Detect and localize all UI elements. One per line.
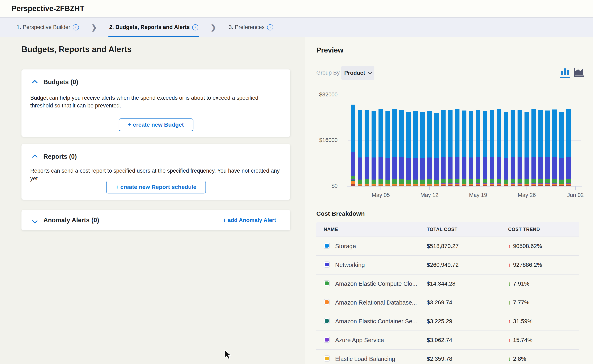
bar-segment: [462, 179, 466, 184]
tab-budgets-reports-and-alerts[interactable]: 2. Budgets, Reports and Alertsi: [109, 18, 198, 37]
perspective-page: Perspective-2FBZHT 1. Perspective Builde…: [0, 0, 593, 364]
bar-segment: [469, 184, 473, 185]
bar-segment: [386, 184, 390, 184]
bar-segment: [559, 184, 564, 184]
bar-segment: [434, 184, 439, 185]
y-axis-tick-label: $32000: [307, 91, 338, 98]
app-header: Perspective-2FBZHT: [0, 0, 593, 18]
stacked-bars: [348, 92, 581, 186]
bar-chart-icon[interactable]: [560, 66, 571, 79]
bar-segment: [469, 184, 473, 184]
tab-preferences[interactable]: 3. Preferencesi: [229, 18, 273, 37]
bar-segment: [420, 158, 425, 180]
bar-segment: [372, 184, 376, 185]
bar-segment: [525, 184, 529, 185]
bar-segment: [559, 184, 564, 185]
bar-segment: [434, 185, 439, 185]
bar-segment: [358, 184, 362, 185]
bar-segment: [351, 184, 355, 186]
bar-segment: [497, 184, 501, 184]
bar-segment: [552, 185, 557, 185]
mouse-cursor: [224, 350, 232, 360]
bar-segment: [566, 185, 571, 185]
bar-segment: [538, 157, 543, 179]
bar-segment: [525, 184, 529, 184]
create-report-schedule-button[interactable]: + create new Report schedule: [106, 181, 206, 194]
bar-segment: [358, 184, 362, 184]
bar-segment: [462, 185, 466, 186]
trend-down-arrow-icon: ↓: [508, 299, 511, 306]
chevron-up-icon[interactable]: [32, 154, 38, 160]
info-icon[interactable]: i: [267, 24, 273, 30]
bar-segment: [462, 157, 466, 179]
column-header-name: NAME: [324, 227, 338, 232]
area-chart-icon[interactable]: [574, 66, 586, 79]
row-cost-trend: ↑31.59%: [508, 318, 533, 325]
bar-segment: [552, 157, 557, 179]
table-row: Amazon Elastic Compute Clo...$14,344.28↓…: [316, 274, 579, 293]
bar-segment: [393, 184, 397, 184]
bar-segment: [420, 184, 425, 185]
row-total-cost: $260,949.72: [427, 262, 459, 268]
bar-segment: [497, 179, 501, 183]
bar-segment: [441, 157, 446, 179]
bar-segment: [386, 184, 390, 184]
bar-segment: [525, 179, 529, 184]
chevron-up-icon[interactable]: [32, 80, 38, 85]
bar-segment: [462, 185, 466, 185]
bar-segment: [469, 179, 473, 184]
bar-segment: [455, 184, 460, 185]
chevron-down-icon[interactable]: [32, 218, 38, 223]
bar-segment: [469, 184, 473, 184]
info-icon[interactable]: i: [73, 24, 79, 30]
bar-segment: [483, 183, 487, 184]
bar-segment: [434, 113, 439, 158]
step-tabs: 1. Perspective Builderi❯2. Budgets, Repo…: [0, 18, 593, 37]
table-row: Storage$518,870.27↑90508.62%: [316, 237, 579, 255]
bar-segment: [441, 110, 446, 157]
bar-segment: [427, 179, 432, 184]
add-anomaly-alert-link[interactable]: + add Anomaly Alert: [223, 217, 276, 223]
bar-segment: [372, 184, 376, 184]
bar-segment: [358, 184, 362, 184]
row-name: Networking: [335, 262, 365, 268]
bar-segment: [483, 111, 487, 157]
bar-segment: [552, 183, 557, 184]
bar-segment: [483, 185, 487, 186]
series-color-swatch: [324, 337, 330, 343]
bar-segment: [351, 180, 355, 181]
bar-segment: [372, 180, 376, 184]
bar-segment: [483, 179, 487, 183]
row-cost-trend: ↑15.74%: [508, 337, 533, 343]
row-name: Storage: [335, 243, 356, 250]
bar-segment: [476, 184, 480, 185]
bar-segment: [469, 185, 473, 186]
group-by-dropdown[interactable]: Product: [341, 66, 374, 80]
bar-segment: [441, 179, 446, 183]
bar-segment: [566, 184, 571, 184]
bar-segment: [504, 185, 508, 185]
bar-segment: [490, 184, 494, 184]
table-row: Networking$260,949.72↑927886.2%: [316, 255, 579, 274]
bar-segment: [427, 184, 432, 184]
bar-segment: [532, 185, 536, 186]
bar-segment: [566, 179, 571, 183]
bar-segment: [511, 179, 515, 183]
tab-perspective-builder[interactable]: 1. Perspective Builderi: [17, 18, 79, 37]
budgets-description: Budget can help you receive alerts when …: [30, 94, 281, 110]
bar-segment: [538, 184, 543, 185]
trend-down-arrow-icon: ↓: [508, 356, 511, 362]
create-budget-button[interactable]: + create new Budget: [119, 118, 193, 131]
bar-segment: [552, 184, 557, 185]
bar-segment: [552, 110, 557, 157]
bar-segment: [413, 185, 418, 186]
bar-segment: [462, 184, 466, 184]
bar-segment: [413, 184, 418, 184]
x-axis-tick-label: May 26: [508, 192, 545, 198]
bar-segment: [504, 184, 508, 185]
bar-segment: [538, 185, 543, 186]
info-icon[interactable]: i: [192, 24, 198, 30]
trend-down-arrow-icon: ↓: [508, 280, 511, 287]
bar-segment: [399, 157, 404, 179]
x-axis-tick-label: Jun 02: [557, 192, 593, 198]
